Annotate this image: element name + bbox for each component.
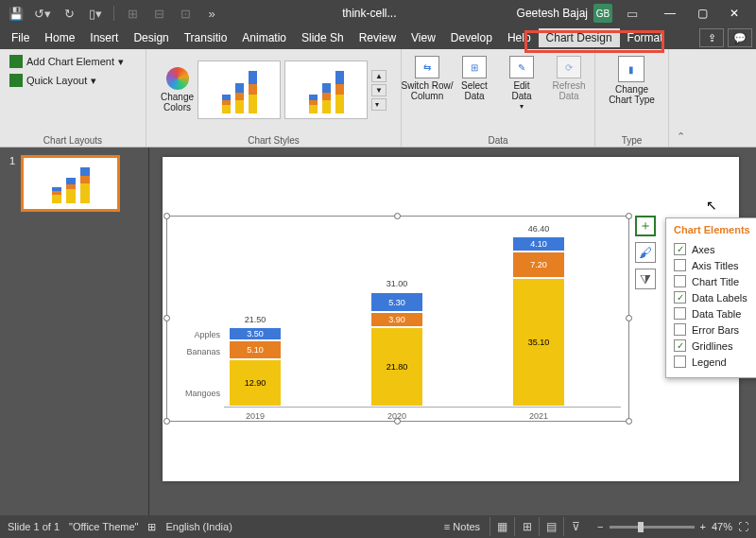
chart-fly-buttons: ＋ 🖌 ⧩ bbox=[635, 216, 656, 289]
fit-to-window-button[interactable]: ⛶ bbox=[738, 521, 748, 532]
tab-developer[interactable]: Develop bbox=[443, 28, 500, 47]
tab-format[interactable]: Format bbox=[620, 28, 671, 47]
checkbox[interactable]: ✓ bbox=[674, 339, 686, 352]
tab-review[interactable]: Review bbox=[352, 28, 404, 47]
style-gallery-scroll[interactable]: ▲ ▼ ▾ bbox=[371, 70, 387, 111]
slide-edit-area[interactable]: ↖ Mangoes Bananas Apples 1 bbox=[149, 148, 756, 515]
chevron-down-icon[interactable]: ▼ bbox=[371, 84, 387, 96]
chart-element-option[interactable]: Axis Titles bbox=[674, 257, 756, 273]
bar-2021[interactable]: 35.10 7.20 4.10 bbox=[512, 236, 565, 407]
start-icon[interactable]: ▯▾ bbox=[85, 3, 106, 24]
slide-thumbnails-panel[interactable]: 1 bbox=[0, 148, 149, 515]
slide-thumb-1[interactable]: 1 bbox=[9, 155, 139, 212]
tab-insert[interactable]: Insert bbox=[82, 28, 126, 47]
slide-indicator[interactable]: Slide 1 of 1 bbox=[8, 521, 60, 532]
chart-elements-button[interactable]: ＋ bbox=[635, 216, 656, 236]
ribbon-tabs: File Home Insert Design Transitio Animat… bbox=[0, 26, 756, 49]
gallery-more-icon[interactable]: ▾ bbox=[371, 98, 387, 111]
tab-file[interactable]: File bbox=[4, 28, 37, 47]
slide-canvas[interactable]: ↖ Mangoes Bananas Apples 1 bbox=[163, 157, 739, 481]
switch-row-column-button[interactable]: ⇆ Switch Row/ Column bbox=[404, 56, 450, 101]
tab-view[interactable]: View bbox=[404, 28, 443, 47]
bar-2019[interactable]: 12.90 5.10 3.50 bbox=[229, 327, 282, 407]
chart-element-option[interactable]: Data Table bbox=[674, 305, 756, 321]
x-label-2021: 2021 bbox=[510, 411, 567, 421]
seg-2020-apples[interactable]: 5.30 bbox=[370, 292, 423, 312]
collapse-ribbon-button[interactable]: ⌃ bbox=[669, 49, 692, 147]
share-button[interactable]: ⇪ bbox=[699, 28, 724, 47]
slideshow-view-button[interactable]: ⊽ bbox=[563, 517, 588, 536]
chart-styles-button[interactable]: 🖌 bbox=[635, 242, 656, 263]
chart-filters-button[interactable]: ⧩ bbox=[635, 269, 656, 289]
comments-button[interactable]: 💬 bbox=[728, 28, 752, 47]
change-colors-button[interactable]: Change Colors bbox=[161, 67, 194, 113]
x-axis bbox=[224, 407, 621, 408]
chart-element-option[interactable]: ✓Data Labels bbox=[674, 289, 756, 305]
reading-view-button[interactable]: ▤ bbox=[539, 517, 563, 536]
redo-icon[interactable]: ↻ bbox=[59, 3, 79, 24]
zoom-percent[interactable]: 47% bbox=[712, 521, 732, 532]
total-2020: 31.00 bbox=[370, 279, 423, 288]
tab-home[interactable]: Home bbox=[37, 28, 82, 47]
seg-2021-apples[interactable]: 4.10 bbox=[512, 236, 565, 252]
chart-element-option[interactable]: ✓Axes bbox=[674, 241, 756, 257]
seg-2019-mangoes[interactable]: 12.90 bbox=[229, 359, 282, 407]
zoom-out-button[interactable]: − bbox=[597, 521, 603, 532]
tab-chart-design[interactable]: Chart Design bbox=[539, 28, 620, 47]
undo-icon[interactable]: ↺▾ bbox=[32, 3, 53, 24]
seg-2020-mangoes[interactable]: 21.80 bbox=[370, 327, 423, 407]
x-label-2019: 2019 bbox=[227, 411, 284, 421]
chart-element-option[interactable]: Legend bbox=[674, 354, 756, 370]
refresh-data-button[interactable]: ⟳ Refresh Data bbox=[546, 56, 592, 101]
chart-element-option[interactable]: Chart Title bbox=[674, 273, 756, 289]
seg-2021-bananas[interactable]: 7.20 bbox=[512, 252, 565, 278]
group-label: Chart Layouts bbox=[43, 135, 102, 146]
slide-thumb-preview bbox=[21, 155, 120, 212]
zoom-slider[interactable] bbox=[610, 526, 695, 529]
accessibility-icon[interactable]: ⊞ bbox=[147, 521, 156, 533]
notes-button[interactable]: ≡ Notes bbox=[444, 521, 480, 532]
close-button[interactable]: ✕ bbox=[718, 3, 750, 24]
seg-2019-apples[interactable]: 3.50 bbox=[229, 327, 282, 340]
qat-disabled-1: ⊞ bbox=[122, 3, 143, 24]
change-chart-type-button[interactable]: ▮ Change Chart Type bbox=[609, 52, 655, 105]
zoom-in-button[interactable]: + bbox=[700, 521, 706, 532]
chart-element-option[interactable]: ✓Gridlines bbox=[674, 338, 756, 354]
bar-2020[interactable]: 21.80 3.90 5.30 bbox=[370, 292, 423, 407]
qat-more-icon[interactable]: » bbox=[201, 3, 222, 24]
checkbox[interactable] bbox=[674, 259, 686, 271]
seg-2020-bananas[interactable]: 3.90 bbox=[370, 312, 423, 327]
category-label-bananas: Bananas bbox=[175, 347, 220, 356]
minimize-button[interactable]: — bbox=[654, 3, 686, 24]
user-area[interactable]: Geetesh Bajaj GB bbox=[517, 4, 612, 23]
tab-design[interactable]: Design bbox=[126, 28, 176, 47]
checkbox[interactable] bbox=[674, 307, 686, 320]
ribbon-mode-icon[interactable]: ▭ bbox=[622, 3, 643, 24]
zoom-thumb[interactable] bbox=[638, 522, 644, 532]
checkbox[interactable]: ✓ bbox=[674, 291, 686, 304]
sorter-view-button[interactable]: ⊞ bbox=[514, 517, 539, 536]
chart-object[interactable]: Mangoes Bananas Apples 12.90 5.10 3.50 2… bbox=[166, 216, 629, 422]
tab-transitions[interactable]: Transitio bbox=[177, 28, 235, 47]
chart-element-option[interactable]: Error Bars bbox=[674, 321, 756, 338]
add-chart-element-button[interactable]: Add Chart Element ▾ bbox=[6, 52, 140, 71]
seg-2019-bananas[interactable]: 5.10 bbox=[229, 340, 282, 359]
quick-layout-button[interactable]: Quick Layout ▾ bbox=[6, 71, 140, 90]
checkbox[interactable]: ✓ bbox=[674, 243, 686, 255]
checkbox[interactable] bbox=[674, 275, 686, 287]
edit-data-button[interactable]: ✎ Edit Data ▾ bbox=[499, 56, 544, 112]
maximize-button[interactable]: ▢ bbox=[686, 3, 718, 24]
language-indicator[interactable]: English (India) bbox=[165, 521, 232, 532]
tab-slideshow[interactable]: Slide Sh bbox=[294, 28, 352, 47]
tab-help[interactable]: Help bbox=[500, 28, 539, 47]
chart-style-1[interactable] bbox=[198, 61, 281, 119]
checkbox[interactable] bbox=[674, 323, 686, 336]
checkbox[interactable] bbox=[674, 356, 686, 368]
tab-animations[interactable]: Animatio bbox=[234, 28, 294, 47]
select-data-button[interactable]: ⊞ Select Data bbox=[452, 56, 497, 101]
seg-2021-mangoes[interactable]: 35.10 bbox=[512, 278, 565, 407]
chevron-up-icon[interactable]: ▲ bbox=[371, 70, 387, 82]
normal-view-button[interactable]: ▦ bbox=[490, 517, 514, 536]
chart-style-2[interactable] bbox=[284, 61, 368, 119]
save-icon[interactable]: 💾 bbox=[6, 3, 26, 24]
